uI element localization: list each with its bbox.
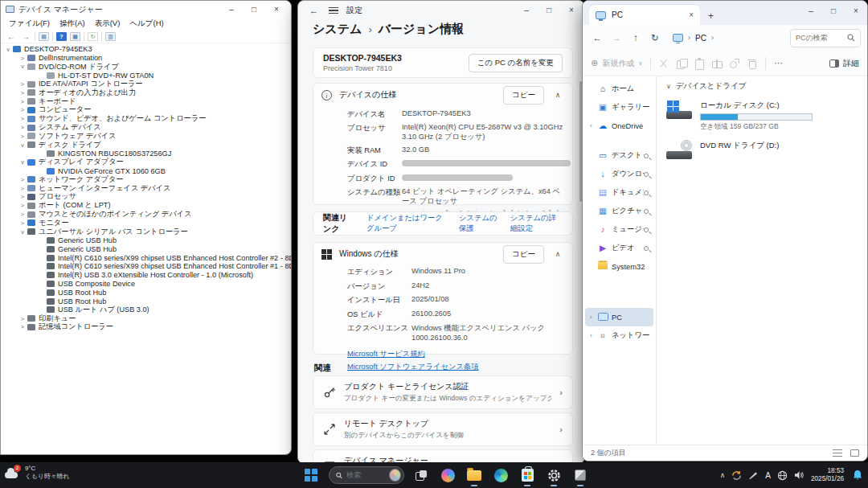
maximize-icon[interactable]: □ xyxy=(538,2,560,18)
tree-expander[interactable]: > xyxy=(18,55,27,62)
tree-item[interactable]: USB Root Hub xyxy=(1,288,291,297)
tree-item[interactable]: > ポート (COM と LPT) xyxy=(1,201,291,210)
copy-button[interactable]: コピー xyxy=(503,86,544,105)
sidebar-item[interactable]: › ▤ ドキュメント xyxy=(585,183,653,202)
windows-update-icon[interactable] xyxy=(731,470,742,481)
more-options-icon[interactable]: ⋯ xyxy=(774,58,783,68)
tree-expander[interactable]: v xyxy=(4,46,12,53)
maximize-icon[interactable]: □ xyxy=(243,2,265,18)
tree-item[interactable]: v ディスプレイ アダプター xyxy=(1,158,291,166)
sidebar-item[interactable]: › ▶ ビデオ xyxy=(585,239,653,257)
tree-expander[interactable]: > xyxy=(18,115,27,122)
taskbar-edge[interactable] xyxy=(491,463,510,487)
breadcrumb-pc[interactable]: PC xyxy=(695,34,706,43)
tree-expander[interactable]: > xyxy=(18,124,27,131)
close-tab-icon[interactable]: × xyxy=(689,10,694,19)
microsoft-terms-link[interactable]: Microsoft サービス規約 xyxy=(347,349,564,359)
weather-widget[interactable]: 2 9°C くもり時々晴れ xyxy=(5,465,69,481)
sidebar-item[interactable]: › ⌗ ネットワーク xyxy=(585,326,653,345)
tree-item[interactable]: USB ルート ハブ (USB 3.0) xyxy=(1,306,291,314)
tree-item[interactable]: > マウスとそのほかのポインティング デバイス xyxy=(1,210,291,219)
help-icon[interactable]: ? xyxy=(56,32,67,41)
tree-expander[interactable]: > xyxy=(18,106,27,113)
minimize-icon[interactable]: – xyxy=(515,2,538,18)
taskbar-task-view[interactable] xyxy=(411,463,431,487)
pen-icon[interactable] xyxy=(748,470,759,480)
taskbar-file-explorer[interactable] xyxy=(465,463,484,487)
menu-item[interactable]: 表示(V) xyxy=(90,18,125,29)
thumbnail-view-icon[interactable] xyxy=(850,449,859,457)
sidebar-item[interactable]: › ♪ ミュージック xyxy=(585,220,653,239)
related-link[interactable]: ドメインまたはワークグループ xyxy=(366,213,448,234)
collapse-icon[interactable]: ∧ xyxy=(551,91,564,99)
explorer-search-box[interactable] xyxy=(790,29,861,47)
network-globe-icon[interactable] xyxy=(777,470,788,481)
start-button[interactable] xyxy=(301,465,321,486)
tree-expander[interactable]: > xyxy=(18,133,27,140)
back-icon[interactable]: ← xyxy=(309,6,324,15)
back-icon[interactable]: ← xyxy=(589,33,605,43)
tree-expander[interactable]: v xyxy=(18,158,27,166)
tree-item[interactable]: USB Root Hub xyxy=(1,297,291,306)
sidebar-item[interactable]: › ☁ OneDrive xyxy=(585,117,653,135)
tree-item[interactable]: v ユニバーサル シリアル バス コントローラー xyxy=(1,228,291,236)
tree-expander[interactable]: > xyxy=(18,193,27,200)
copy-icon[interactable] xyxy=(677,59,686,68)
taskbar-search-input[interactable] xyxy=(346,471,385,479)
tree-expander[interactable]: > xyxy=(18,176,27,183)
tree-item[interactable]: > システム デバイス xyxy=(1,123,291,132)
list-view-icon[interactable] xyxy=(833,449,842,457)
properties-icon[interactable]: ▦ xyxy=(70,32,80,41)
tree-expander[interactable]: > xyxy=(18,323,27,330)
tree-expander[interactable]: > xyxy=(18,98,27,105)
chevron-right-icon[interactable]: › xyxy=(590,332,597,339)
share-icon[interactable] xyxy=(730,59,739,68)
sidebar-item[interactable]: › ▭ デスクトップ xyxy=(585,146,653,165)
microsoft-terms-link[interactable]: Microsoft ソフトウェアライセンス条項 xyxy=(347,362,564,372)
tree-item[interactable]: NVIDIA GeForce GTX 1060 6GB xyxy=(1,166,291,175)
menu-item[interactable]: ヘルプ(H) xyxy=(125,18,168,29)
tree-item[interactable]: v DVD/CD-ROM ドライブ xyxy=(1,63,291,72)
tree-item[interactable]: > キーボード xyxy=(1,97,291,106)
minimize-icon[interactable]: – xyxy=(220,2,243,18)
taskbar-search-box[interactable] xyxy=(329,466,404,484)
chevron-right-icon[interactable]: › xyxy=(590,122,597,129)
tree-item[interactable]: > ネットワーク アダプター xyxy=(1,175,291,184)
related-link[interactable]: システムの詳細設定 xyxy=(510,213,563,234)
hidden-icons-chevron[interactable]: ∧ xyxy=(720,471,726,479)
notification-bell[interactable] xyxy=(850,470,865,481)
tree-item[interactable]: v DESKTOP-7945EK3 xyxy=(1,45,291,54)
tree-expander[interactable]: > xyxy=(18,219,27,227)
tree-expander[interactable]: > xyxy=(18,211,27,218)
back-icon[interactable]: ← xyxy=(6,32,17,41)
tree-item[interactable]: Intel(R) USB 3.0 eXtensible Host Control… xyxy=(1,271,291,280)
delete-icon[interactable] xyxy=(747,59,757,68)
group-header-devices-and-drives[interactable]: ∨ デバイスとドライブ xyxy=(666,81,861,92)
tree-item[interactable]: > ソフトウェア デバイス xyxy=(1,132,291,141)
drive-item[interactable]: DVD RW ドライブ (D:) xyxy=(666,140,861,161)
tree-item[interactable]: > 印刷キュー xyxy=(1,314,291,323)
close-icon[interactable]: × xyxy=(265,2,288,18)
new-button[interactable]: ⊕ 新規作成 ∨ xyxy=(591,58,642,69)
close-icon[interactable]: × xyxy=(845,3,867,19)
drive-item[interactable]: ローカル ディスク (C:) 空き領域 159 GB/237 GB xyxy=(666,100,861,132)
breadcrumb[interactable]: › PC › xyxy=(673,34,787,43)
tree-expander[interactable]: > xyxy=(18,89,27,96)
search-input[interactable] xyxy=(796,34,844,42)
tree-item[interactable]: > コンピューター xyxy=(1,106,291,115)
taskbar-copilot[interactable] xyxy=(438,463,457,487)
tree-expander[interactable]: > xyxy=(18,315,27,322)
scan-hardware-icon[interactable]: ▥ xyxy=(105,32,116,41)
rename-pc-button[interactable]: この PC の名前を変更 xyxy=(469,54,563,72)
menu-item[interactable]: 操作(A) xyxy=(55,18,90,29)
refresh-icon[interactable]: ↻ xyxy=(88,32,98,41)
menu-item[interactable]: ファイル(F) xyxy=(4,18,55,29)
tree-expander[interactable]: > xyxy=(18,202,27,209)
tree-expander[interactable]: > xyxy=(18,80,27,88)
tree-item[interactable]: > プロセッサ xyxy=(1,193,291,202)
sidebar-item[interactable]: › System32 xyxy=(585,257,653,276)
tree-expander[interactable]: v xyxy=(18,63,27,70)
chevron-right-icon[interactable]: › xyxy=(590,314,597,321)
sidebar-item[interactable]: › ⌂ ホーム xyxy=(585,80,653,98)
taskbar-clock[interactable]: 18:53 2025/01/26 xyxy=(811,467,844,484)
